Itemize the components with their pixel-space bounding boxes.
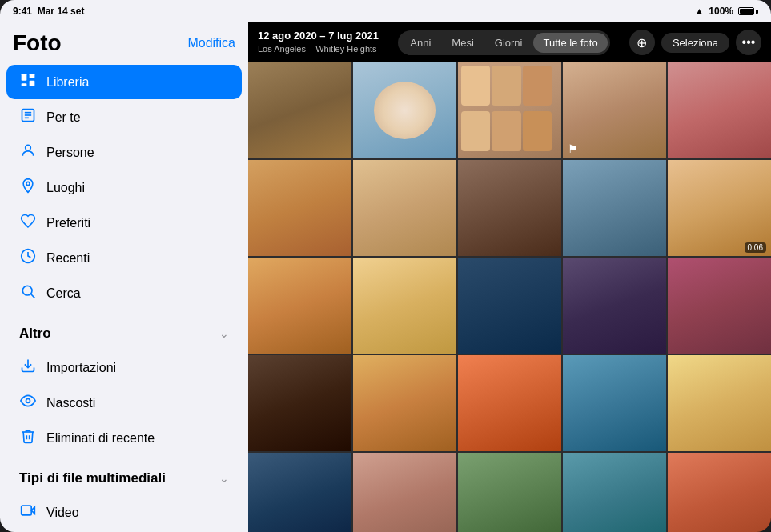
toolbar-tabs: Anni Mesi Giorni Tutte le foto <box>398 30 609 55</box>
video-label: Video <box>46 506 79 520</box>
importazioni-label: Importazioni <box>46 361 116 375</box>
svg-line-12 <box>31 294 35 298</box>
photo-cell-18[interactable] <box>458 355 561 451</box>
luoghi-label: Luoghi <box>46 181 85 195</box>
photo-cell-8[interactable] <box>458 160 561 256</box>
wifi-strength: 100% <box>709 6 733 17</box>
video-icon <box>19 502 37 522</box>
photo-cell-4[interactable]: ⚑ <box>563 62 666 158</box>
eliminati-label: Eliminati di recente <box>46 431 155 446</box>
sidebar: Foto Modifica Libreria <box>0 22 248 532</box>
photo-cell-11[interactable] <box>248 258 351 354</box>
photo-grid: ⚑ 0:06 <box>248 62 771 532</box>
photo-cell-5[interactable] <box>668 62 771 158</box>
tab-mesi[interactable]: Mesi <box>442 33 483 53</box>
tab-anni[interactable]: Anni <box>400 33 440 53</box>
photo-cell-13[interactable] <box>458 258 561 354</box>
photo-cell-15[interactable] <box>668 258 771 354</box>
altro-title: Altro <box>19 326 51 342</box>
recenti-label: Recenti <box>46 251 90 266</box>
sidebar-item-recenti[interactable]: Recenti <box>6 241 242 275</box>
status-bar: 9:41 Mar 14 set ▲ 100% <box>0 0 771 22</box>
wifi-icon: ▲ <box>694 6 704 17</box>
recenti-icon <box>19 248 37 268</box>
photo-cell-7[interactable] <box>353 160 456 256</box>
cerca-icon <box>19 283 37 303</box>
photo-cell-6[interactable] <box>248 160 351 256</box>
svg-rect-0 <box>22 74 27 81</box>
photo-cell-2[interactable] <box>353 62 456 158</box>
sidebar-item-cerca[interactable]: Cerca <box>6 276 242 310</box>
libreria-icon <box>19 72 37 92</box>
svg-point-9 <box>26 182 30 185</box>
luoghi-icon <box>19 178 37 198</box>
preferiti-icon <box>19 213 37 233</box>
status-indicators: ▲ 100% <box>694 6 758 17</box>
persone-label: Persone <box>46 146 94 160</box>
photo-cell-21[interactable] <box>248 453 351 532</box>
tipi-title: Tipi di file multimediali <box>19 470 166 486</box>
sidebar-nav: Libreria Per te <box>0 59 248 316</box>
altro-nav: Importazioni Nascosti <box>0 345 248 461</box>
sidebar-item-libreria[interactable]: Libreria <box>6 65 242 99</box>
main-layout: Foto Modifica Libreria <box>0 22 771 532</box>
photo-cell-17[interactable] <box>353 355 456 451</box>
svg-rect-2 <box>30 81 35 86</box>
eliminati-icon <box>19 428 37 448</box>
more-button[interactable]: ••• <box>736 30 761 55</box>
sidebar-item-importazioni[interactable]: Importazioni <box>6 350 242 385</box>
app-title: Foto <box>13 30 62 56</box>
modifica-button[interactable]: Modifica <box>187 36 235 50</box>
sidebar-item-video[interactable]: Video <box>6 495 242 530</box>
photo-cell-22[interactable] <box>353 453 456 532</box>
svg-point-11 <box>22 286 32 295</box>
seleziona-button[interactable]: Seleziona <box>661 33 729 53</box>
toolbar-actions: ⊕ Seleziona ••• <box>629 30 761 55</box>
persone-icon <box>19 142 37 162</box>
tab-tutte-foto[interactable]: Tutte le foto <box>533 33 607 53</box>
toolbar: 12 ago 2020 – 7 lug 2021 Los Angeles – W… <box>248 22 771 62</box>
photo-cell-14[interactable] <box>563 258 666 354</box>
photo-cell-16[interactable] <box>248 355 351 451</box>
photo-cell-1[interactable] <box>248 62 351 158</box>
sidebar-item-persone[interactable]: Persone <box>6 135 242 170</box>
tab-giorni[interactable]: Giorni <box>485 33 532 53</box>
photo-cell-19[interactable] <box>563 355 666 451</box>
sidebar-item-preferiti[interactable]: Preferiti <box>6 206 242 240</box>
video-duration-badge: 0:06 <box>745 242 766 253</box>
svg-rect-15 <box>22 506 32 515</box>
svg-point-8 <box>26 145 31 150</box>
photo-cell-12[interactable] <box>353 258 456 354</box>
tipi-section-header[interactable]: Tipi di file multimediali ⌄ <box>0 461 248 490</box>
photo-cell-10[interactable]: 0:06 <box>668 160 771 256</box>
nascosti-icon <box>19 393 37 413</box>
svg-point-14 <box>26 399 30 403</box>
photo-cell-20[interactable] <box>668 355 771 451</box>
sidebar-item-luoghi[interactable]: Luoghi <box>6 170 242 205</box>
battery-indicator <box>738 7 758 15</box>
per-te-icon <box>19 107 37 127</box>
cerca-label: Cerca <box>46 286 81 301</box>
tipi-chevron-icon: ⌄ <box>219 472 229 485</box>
sidebar-item-per-te[interactable]: Per te <box>6 100 242 134</box>
altro-section-header[interactable]: Altro ⌄ <box>0 316 248 345</box>
nascosti-label: Nascosti <box>46 396 95 410</box>
right-panel: 12 ago 2020 – 7 lug 2021 Los Angeles – W… <box>248 22 771 532</box>
photo-cell-25[interactable] <box>668 453 771 532</box>
altro-chevron-icon: ⌄ <box>219 327 229 340</box>
importazioni-icon <box>19 358 37 378</box>
photo-cell-3[interactable] <box>458 62 561 158</box>
sidebar-header: Foto Modifica <box>0 22 248 59</box>
svg-rect-3 <box>22 83 27 86</box>
sidebar-item-eliminati[interactable]: Eliminati di recente <box>6 421 242 455</box>
toolbar-date-range: 12 ago 2020 – 7 lug 2021 Los Angeles – W… <box>258 30 379 54</box>
per-te-label: Per te <box>46 110 81 125</box>
fav-badge-4: ⚑ <box>568 142 578 155</box>
photo-cell-24[interactable] <box>563 453 666 532</box>
rotate-button[interactable]: ⊕ <box>629 30 655 55</box>
sidebar-item-nascosti[interactable]: Nascosti <box>6 386 242 420</box>
photo-cell-23[interactable] <box>458 453 561 532</box>
status-time: 9:41 Mar 14 set <box>13 6 84 17</box>
photo-cell-9[interactable] <box>563 160 666 256</box>
libreria-label: Libreria <box>46 75 89 90</box>
